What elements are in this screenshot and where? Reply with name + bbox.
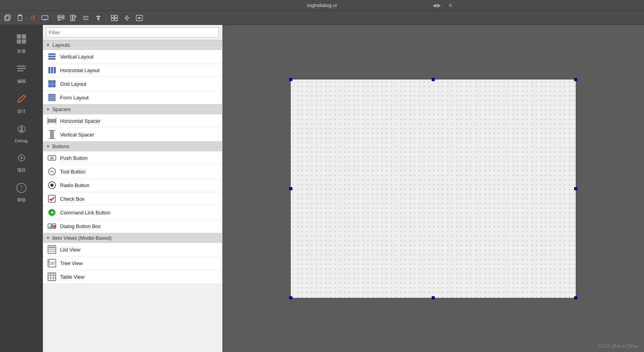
toolbar-btn-preview[interactable] — [39, 12, 51, 23]
section-header-layouts[interactable]: ▼ Layouts — [43, 40, 222, 50]
toolbar-btn-layout-h[interactable] — [55, 12, 67, 23]
svg-rect-33 — [22, 39, 26, 44]
sidebar-label-edit: 编辑 — [17, 78, 26, 84]
close-button[interactable]: ✕ — [448, 2, 453, 9]
design-icon — [16, 94, 27, 107]
section-header-item-views[interactable]: ▼ Item Views (Model-Based) — [43, 233, 222, 243]
widget-item-push-button[interactable]: OK Push Button — [43, 151, 222, 165]
widget-item-list-view[interactable]: List View — [43, 243, 222, 256]
widget-label-horizontal-spacer: Horizontal Spacer — [60, 118, 100, 124]
widget-item-command-link-button[interactable]: Command Link Button — [43, 206, 222, 219]
toolbar: ↺ — [0, 11, 644, 25]
svg-rect-35 — [17, 68, 26, 69]
handle-bottom-center[interactable] — [432, 296, 435, 299]
command-link-button-icon — [48, 208, 56, 217]
svg-rect-21 — [115, 15, 117, 18]
svg-rect-30 — [17, 34, 21, 39]
main-layout: 欢迎 编辑 设计 — [0, 25, 644, 352]
section-label-buttons: Buttons — [52, 143, 69, 149]
handle-middle-right[interactable] — [574, 187, 577, 190]
toolbar-btn-paste[interactable] — [14, 12, 26, 23]
welcome-icon — [16, 34, 27, 47]
section-header-spacers[interactable]: ▼ Spacers — [43, 104, 222, 114]
sidebar-item-edit[interactable]: 编辑 — [0, 59, 43, 89]
handle-bottom-right[interactable] — [574, 296, 577, 299]
widget-item-radio-button[interactable]: Radio Button — [43, 179, 222, 192]
toolbar-btn-settings[interactable] — [121, 12, 133, 23]
toolbar-separator-2 — [106, 14, 107, 22]
widget-label-check-box: Check Box — [60, 196, 85, 202]
sidebar-item-design[interactable]: 设计 — [0, 89, 43, 119]
file-title: logindialog.ui — [307, 2, 337, 8]
widget-item-check-box[interactable]: Check Box — [43, 192, 222, 206]
svg-rect-4 — [42, 16, 48, 19]
toolbar-btn-copy[interactable] — [2, 12, 13, 23]
svg-rect-84 — [48, 273, 56, 275]
toolbar-separator-1 — [53, 14, 53, 22]
sidebar-label-help: 帮助 — [17, 197, 26, 203]
widget-item-tool-button[interactable]: Tool Button — [43, 165, 222, 179]
vertical-spacer-icon — [48, 130, 56, 139]
form-layout-icon — [48, 93, 56, 102]
filter-bar — [43, 25, 222, 40]
svg-rect-34 — [17, 65, 26, 67]
canvas-area[interactable]: CSDN @dearQiHao — [222, 25, 644, 352]
section-label-spacers: Spacers — [52, 106, 71, 112]
sidebar-label-debug: Debug — [15, 138, 27, 143]
svg-rect-78 — [51, 264, 54, 265]
widget-item-horizontal-spacer[interactable]: Horizontal Spacer — [43, 114, 222, 128]
svg-rect-23 — [115, 18, 117, 21]
toolbar-btn-zoom[interactable] — [133, 12, 145, 23]
widget-label-tool-button: Tool Button — [60, 169, 85, 175]
widget-label-push-button: Push Button — [60, 155, 88, 161]
widget-item-table-view[interactable]: Table View — [43, 270, 222, 284]
widget-item-dialog-button-box[interactable]: Dialog Button Box — [43, 219, 222, 233]
filter-input[interactable] — [46, 27, 219, 37]
design-canvas[interactable] — [291, 80, 576, 298]
toolbar-btn-break[interactable] — [80, 12, 92, 23]
tree-view-icon — [48, 259, 56, 267]
toolbar-btn-grid[interactable] — [109, 12, 120, 23]
svg-rect-31 — [22, 34, 26, 39]
left-sidebar: 欢迎 编辑 设计 — [0, 25, 43, 352]
sidebar-item-debug[interactable]: Debug — [0, 119, 43, 148]
handle-top-left[interactable] — [289, 78, 292, 81]
widget-item-form-layout[interactable]: Form Layout — [43, 91, 222, 104]
toolbar-btn-layout-v[interactable] — [68, 12, 79, 23]
push-button-icon: OK — [48, 154, 56, 162]
navigation-arrows[interactable]: ◀ ▶ — [432, 2, 441, 8]
project-icon — [16, 152, 27, 166]
widget-item-horizontal-layout[interactable]: Horizontal Layout — [43, 64, 222, 77]
widget-item-tree-view[interactable]: Tree View — [43, 256, 222, 270]
widget-label-vertical-layout: Vertical Layout — [60, 54, 93, 60]
horizontal-layout-icon — [48, 66, 56, 74]
svg-rect-1 — [6, 15, 10, 19]
sidebar-item-help[interactable]: ? 帮助 — [0, 178, 43, 208]
handle-middle-left[interactable] — [289, 187, 292, 190]
svg-rect-10 — [71, 15, 72, 21]
handle-top-right[interactable] — [574, 78, 577, 81]
svg-rect-26 — [128, 18, 129, 18]
handle-bottom-left[interactable] — [289, 296, 292, 299]
svg-text:?: ? — [20, 184, 23, 191]
help-icon: ? — [16, 182, 27, 196]
handle-top-center[interactable] — [432, 78, 435, 81]
widget-item-grid-layout[interactable]: Grid Layout — [43, 77, 222, 91]
section-header-buttons[interactable]: ▼ Buttons — [43, 142, 222, 151]
sidebar-item-project[interactable]: 项目 — [0, 148, 43, 178]
svg-rect-9 — [58, 20, 60, 21]
toolbar-btn-refresh[interactable]: ↺ — [27, 12, 38, 23]
dialog-button-box-icon — [48, 222, 56, 230]
sidebar-label-project: 项目 — [17, 167, 26, 173]
svg-point-24 — [126, 17, 128, 19]
widget-item-vertical-layout[interactable]: Vertical Layout — [43, 50, 222, 64]
toolbar-btn-align[interactable] — [93, 12, 104, 23]
widget-item-vertical-spacer[interactable]: Vertical Spacer — [43, 128, 222, 142]
svg-rect-20 — [111, 15, 114, 18]
widget-label-table-view: Table View — [60, 274, 85, 280]
widget-label-radio-button: Radio Button — [60, 182, 89, 188]
svg-point-42 — [20, 157, 23, 159]
sidebar-item-welcome[interactable]: 欢迎 — [0, 29, 43, 59]
tool-button-icon — [48, 167, 56, 176]
debug-icon — [16, 124, 27, 137]
